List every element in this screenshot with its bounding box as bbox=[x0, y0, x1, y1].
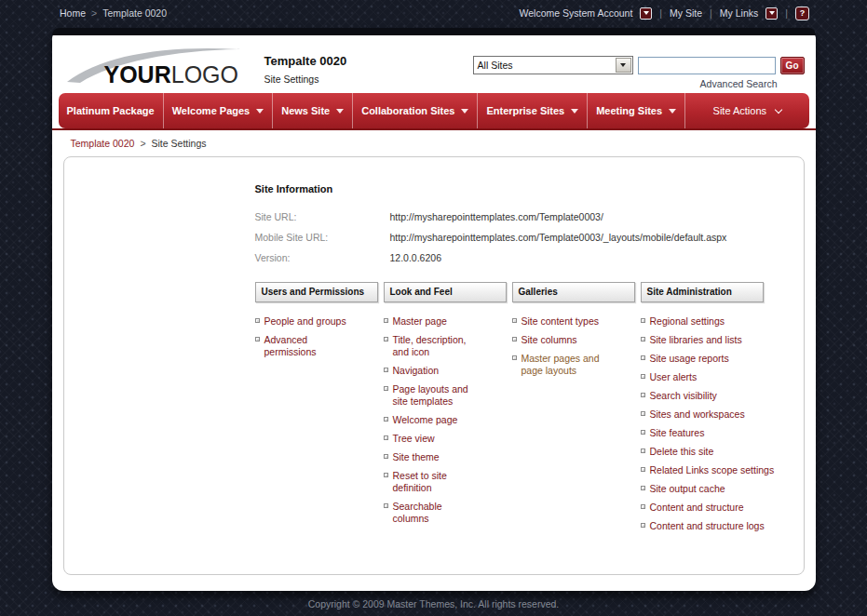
logo-text: YOURLOGO bbox=[104, 63, 238, 87]
settings-link[interactable]: Master pages and page layouts bbox=[512, 353, 610, 377]
search-scope-value: All Sites bbox=[478, 60, 513, 71]
settings-link[interactable]: Site output cache bbox=[641, 483, 790, 495]
settings-link[interactable]: Reset to site definition bbox=[384, 470, 481, 494]
settings-link[interactable]: Sites and workspaces bbox=[641, 408, 790, 421]
settings-link[interactable]: Regional settings bbox=[641, 315, 790, 328]
site-subtitle: Site Settings bbox=[264, 74, 347, 85]
page-breadcrumb: Template 0020 > Site Settings bbox=[52, 130, 816, 156]
settings-link[interactable]: Site content types bbox=[512, 315, 610, 328]
settings-column-users-and-permissions: Users and Permissions People and groups … bbox=[255, 282, 378, 539]
settings-link[interactable]: User alerts bbox=[641, 371, 790, 383]
settings-link[interactable]: Site features bbox=[641, 427, 790, 439]
nav-item-label: News Site bbox=[281, 105, 330, 116]
settings-link-label: Title, description, and icon bbox=[393, 334, 481, 358]
square-bullet-icon bbox=[641, 467, 645, 472]
nav-item-label: Welcome Pages bbox=[172, 105, 251, 116]
settings-link[interactable]: Tree view bbox=[384, 433, 481, 445]
settings-link[interactable]: Advanced permissions bbox=[255, 334, 353, 358]
my-links-link[interactable]: My Links bbox=[720, 7, 758, 19]
nav-item[interactable]: News Site bbox=[273, 93, 353, 128]
square-bullet-icon bbox=[384, 318, 388, 323]
square-bullet-icon bbox=[641, 318, 645, 323]
settings-link[interactable]: Welcome page bbox=[384, 414, 481, 426]
settings-link-label: Master page bbox=[393, 315, 447, 328]
settings-link-label: Navigation bbox=[393, 365, 440, 377]
nav-item[interactable]: Platinum Package bbox=[59, 93, 164, 128]
divider: | bbox=[710, 7, 712, 19]
my-site-link[interactable]: My Site bbox=[670, 7, 702, 19]
settings-link[interactable]: Page layouts and site templates bbox=[384, 383, 481, 408]
site-title-block: Tempalte 0020 Site Settings bbox=[264, 54, 347, 93]
settings-link[interactable]: Site usage reports bbox=[641, 353, 790, 365]
settings-link[interactable]: Delete this site bbox=[641, 446, 790, 458]
square-bullet-icon bbox=[512, 337, 517, 341]
column-link-list: Master page Title, description, and icon… bbox=[384, 315, 481, 525]
settings-link[interactable]: Content and structure logs bbox=[641, 520, 790, 532]
square-bullet-icon bbox=[384, 473, 388, 477]
chevron-down-icon bbox=[669, 109, 676, 114]
square-bullet-icon bbox=[255, 318, 260, 323]
settings-link-label: Related Links scope settings bbox=[650, 464, 775, 476]
nav-item[interactable]: Enterprise Sites bbox=[478, 93, 588, 128]
search-input[interactable] bbox=[638, 57, 776, 74]
settings-link[interactable]: Title, description, and icon bbox=[384, 334, 481, 358]
settings-link-label: Site usage reports bbox=[650, 353, 729, 365]
nav-item[interactable]: Collaboration Sites bbox=[353, 93, 478, 128]
settings-link[interactable]: Searchable columns bbox=[384, 501, 481, 525]
settings-link[interactable]: Site columns bbox=[512, 334, 610, 346]
settings-link[interactable]: Content and structure bbox=[641, 502, 790, 514]
square-bullet-icon bbox=[641, 449, 645, 453]
site-info-value: http://mysharepointtemplates.com/Templat… bbox=[390, 232, 727, 243]
settings-columns: Users and Permissions People and groups … bbox=[255, 282, 804, 539]
my-links-dropdown-icon[interactable] bbox=[765, 7, 778, 20]
site-info-row: Site URL: http://mysharepointtemplates.c… bbox=[255, 211, 804, 222]
square-bullet-icon bbox=[384, 337, 388, 341]
top-bar: Home > Template 0020 Welcome System Acco… bbox=[0, 0, 867, 26]
chevron-down-icon bbox=[775, 105, 782, 113]
settings-link[interactable]: Site libraries and lists bbox=[641, 334, 790, 346]
column-header: Users and Permissions bbox=[255, 282, 378, 302]
dropdown-arrow-icon[interactable] bbox=[616, 58, 631, 73]
settings-link[interactable]: People and groups bbox=[255, 315, 353, 328]
square-bullet-icon bbox=[641, 337, 645, 341]
square-bullet-icon bbox=[384, 417, 388, 422]
top-breadcrumb: Home > Template 0020 bbox=[60, 7, 167, 19]
nav-item[interactable]: Welcome Pages bbox=[164, 93, 274, 128]
welcome-account-link[interactable]: Welcome System Account bbox=[520, 7, 633, 19]
settings-link[interactable]: Site theme bbox=[384, 451, 481, 463]
breadcrumb-parent-link[interactable]: Template 0020 bbox=[71, 138, 135, 149]
settings-link[interactable]: Search visibility bbox=[641, 390, 790, 402]
square-bullet-icon bbox=[641, 486, 645, 490]
column-link-list: Site content types Site columns Master p… bbox=[512, 315, 610, 377]
site-info-label: Site URL: bbox=[255, 211, 390, 222]
site-actions-menu[interactable]: Site Actions bbox=[685, 93, 808, 128]
square-bullet-icon bbox=[641, 523, 645, 528]
site-info-label: Version: bbox=[255, 252, 390, 263]
settings-column-site-administration: Site Administration Regional settings Si… bbox=[641, 282, 764, 539]
square-bullet-icon bbox=[384, 386, 388, 391]
advanced-search-link[interactable]: Advanced Search bbox=[473, 78, 805, 89]
chevron-down-icon bbox=[336, 109, 344, 114]
search-scope-select[interactable]: All Sites bbox=[473, 56, 633, 74]
content-box: Site Information Site URL: http://myshar… bbox=[63, 156, 805, 575]
settings-link[interactable]: Navigation bbox=[384, 365, 481, 377]
help-icon[interactable]: ? bbox=[795, 7, 809, 20]
site-information-rows: Site URL: http://mysharepointtemplates.c… bbox=[255, 211, 804, 263]
site-info-value: 12.0.0.6206 bbox=[390, 252, 441, 263]
column-link-list: People and groups Advanced permissions bbox=[255, 315, 353, 358]
account-menu-dropdown-icon[interactable] bbox=[640, 7, 652, 20]
site-actions-label: Site Actions bbox=[713, 105, 766, 116]
settings-link-label: Site content types bbox=[522, 315, 599, 328]
breadcrumb-home-link[interactable]: Home bbox=[60, 7, 86, 19]
search-go-button[interactable]: Go bbox=[780, 57, 805, 74]
settings-link[interactable]: Master page bbox=[384, 315, 481, 328]
settings-link[interactable]: Related Links scope settings bbox=[641, 464, 790, 476]
settings-link-label: Site theme bbox=[393, 451, 440, 463]
nav-items: Platinum Package Welcome Pages News Site… bbox=[59, 93, 686, 128]
square-bullet-icon bbox=[384, 368, 388, 372]
logo: YOURLOGO bbox=[65, 39, 251, 93]
main-card: YOURLOGO Tempalte 0020 Site Settings All… bbox=[52, 28, 816, 591]
chevron-down-icon bbox=[461, 109, 468, 114]
nav-item[interactable]: Meeting Sites bbox=[588, 93, 685, 128]
main-nav: Platinum Package Welcome Pages News Site… bbox=[59, 93, 809, 128]
